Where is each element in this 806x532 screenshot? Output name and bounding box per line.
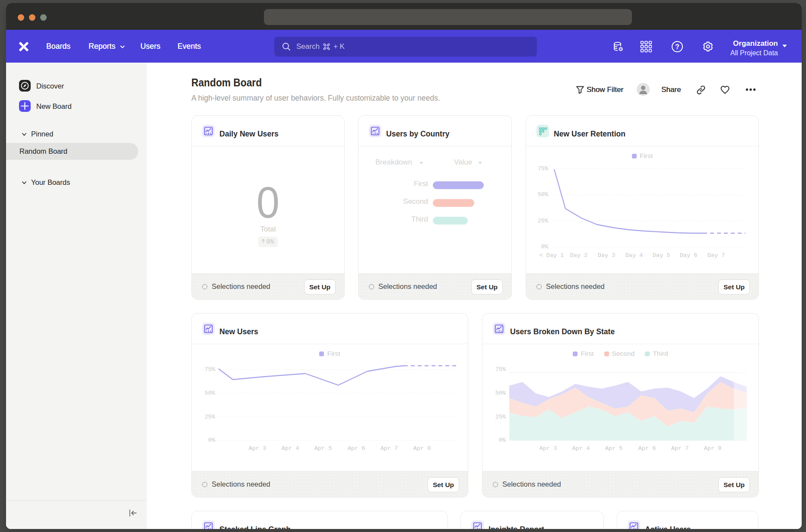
svg-text:?: ?: [675, 43, 679, 51]
